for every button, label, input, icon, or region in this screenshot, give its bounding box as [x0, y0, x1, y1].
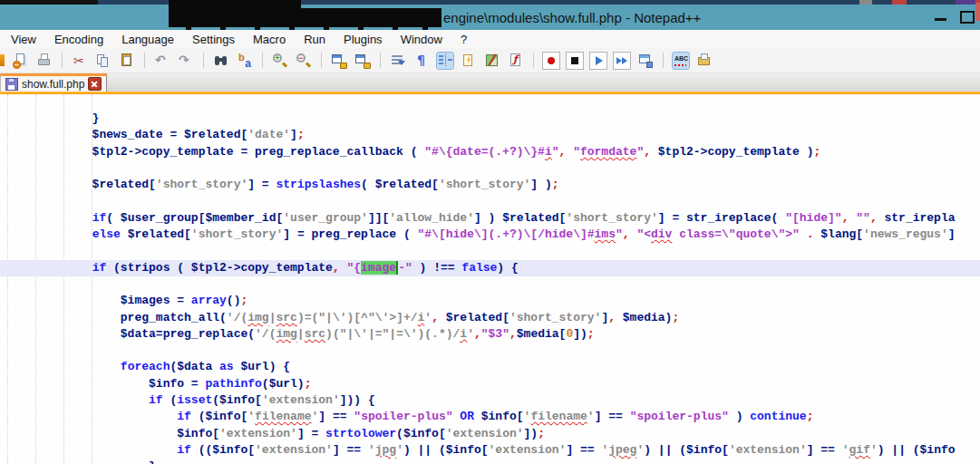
code-line: $related['short_story'] = stripslashes( … — [0, 177, 980, 193]
background-close-remnant — [975, 3, 980, 21]
replace-icon[interactable] — [237, 53, 253, 69]
macro-save-icon[interactable] — [637, 53, 654, 69]
sync-scroll-h-icon[interactable] — [354, 53, 371, 69]
paste-icon[interactable] — [119, 53, 135, 69]
toolbar — [0, 48, 980, 73]
code-line: if (isset($info['extension'])) { — [0, 392, 980, 409]
code-line: if ($info['filename'] == "spoiler-plus" … — [0, 409, 980, 425]
code-line — [0, 243, 980, 259]
redacted-text — [169, 0, 301, 9]
indent-guide-icon[interactable] — [437, 53, 453, 69]
code-line-current: if (stripos ( $tpl2->copy_template, "{im… — [0, 260, 980, 276]
function-list-icon[interactable] — [508, 53, 524, 69]
spell-check-icon[interactable] — [673, 53, 689, 69]
code-line: $tpl2->copy_template = preg_replace_call… — [0, 144, 980, 160]
macro-record-icon[interactable] — [543, 53, 559, 69]
title-bar[interactable]: engine\modules\show.full.php - Notepad++ — [0, 5, 980, 31]
word-wrap-icon[interactable] — [390, 53, 406, 69]
menu-item-language[interactable]: Language — [112, 31, 183, 48]
minimize-icon — [935, 18, 946, 21]
toolbar-separator — [663, 53, 664, 68]
code-line — [0, 193, 980, 209]
code-line: $info = pathinfo($url); — [0, 376, 980, 392]
cut-icon[interactable] — [72, 53, 88, 69]
selected-word-highlight: image — [361, 261, 398, 275]
maximize-icon — [960, 11, 975, 24]
toolbar-separator — [321, 53, 322, 68]
show-all-chars-icon[interactable] — [413, 53, 430, 69]
macro-run-multi-icon[interactable] — [614, 53, 630, 69]
tab-label: show.full.php — [22, 78, 84, 91]
code-line — [0, 276, 980, 293]
saved-file-icon — [5, 78, 18, 91]
redacted-path-text — [169, 8, 441, 27]
tab-close-icon[interactable] — [88, 77, 102, 91]
copy-icon[interactable] — [95, 53, 112, 69]
minimize-button[interactable] — [927, 5, 954, 29]
code-line — [0, 343, 980, 359]
menu-item-run[interactable]: Run — [295, 31, 335, 48]
code-line: foreach($data as $url) { — [0, 359, 980, 375]
toolbar-separator — [62, 53, 63, 68]
menu-item-window[interactable]: Window — [392, 31, 451, 48]
code-line: } — [0, 111, 980, 127]
close-all-icon[interactable] — [13, 53, 29, 69]
zoom-out-icon[interactable] — [296, 53, 312, 69]
clipped-fragment-icon[interactable] — [0, 53, 5, 69]
code-line: $news_date = $related['date']; — [0, 127, 980, 143]
toolbar-separator — [533, 53, 534, 68]
zoom-in-icon[interactable] — [272, 53, 288, 69]
user-dialog-icon[interactable] — [461, 53, 477, 69]
macro-play-icon[interactable] — [590, 53, 606, 69]
doc-monitor-icon[interactable] — [696, 53, 713, 69]
code-line: if( $user_group[$member_id['user_group']… — [0, 210, 980, 227]
menu-item-encoding[interactable]: Encoding — [45, 31, 112, 48]
tab-show-full-php[interactable]: show.full.php — [0, 73, 107, 92]
code-content: } $news_date = $related['date']; $tpl2->… — [0, 94, 980, 464]
window-title: engine\modules\show.full.php - Notepad++ — [443, 10, 701, 25]
menu-bar: ViewEncodingLanguageSettingsMacroRunPlug… — [0, 30, 980, 48]
code-line: $data=preg_replace('/(img|src)("|\'|="|=… — [0, 326, 980, 343]
code-line: $info['extension'] = strtolower($info['e… — [0, 426, 980, 442]
menu-item-plugins[interactable]: Plugins — [335, 31, 392, 48]
code-line: $images = array(); — [0, 293, 980, 309]
menu-item-view[interactable]: View — [2, 31, 45, 48]
menu-item-macro[interactable]: Macro — [244, 31, 295, 48]
tab-bar: show.full.php — [0, 73, 980, 92]
toolbar-separator — [380, 53, 381, 68]
toolbar-separator — [203, 53, 204, 68]
toolbar-separator — [262, 53, 263, 68]
code-line — [0, 160, 980, 177]
print-icon[interactable] — [36, 53, 53, 69]
menu-item-settings[interactable]: Settings — [183, 31, 244, 48]
doc-map-icon[interactable] — [484, 53, 500, 69]
code-line: preg_match_all('/(img|src)=("|\')[^"\'>]… — [0, 310, 980, 326]
sync-scroll-v-icon[interactable] — [331, 53, 347, 69]
undo-icon[interactable] — [154, 53, 170, 69]
notepad-plus-plus-window: engine\modules\show.full.php - Notepad++… — [0, 0, 980, 464]
code-line: } — [0, 459, 980, 464]
macro-stop-icon[interactable] — [567, 53, 583, 69]
toolbar-separator — [144, 53, 145, 68]
redo-icon[interactable] — [178, 53, 194, 69]
code-line: if (($info['extension'] == 'jpg') || ($i… — [0, 442, 980, 459]
code-line: else $related['short_story'] = preg_repl… — [0, 227, 980, 243]
code-editor[interactable]: } $news_date = $related['date']; $tpl2->… — [0, 94, 980, 464]
menu-item-help[interactable]: ? — [451, 31, 476, 48]
find-icon[interactable] — [213, 53, 229, 69]
